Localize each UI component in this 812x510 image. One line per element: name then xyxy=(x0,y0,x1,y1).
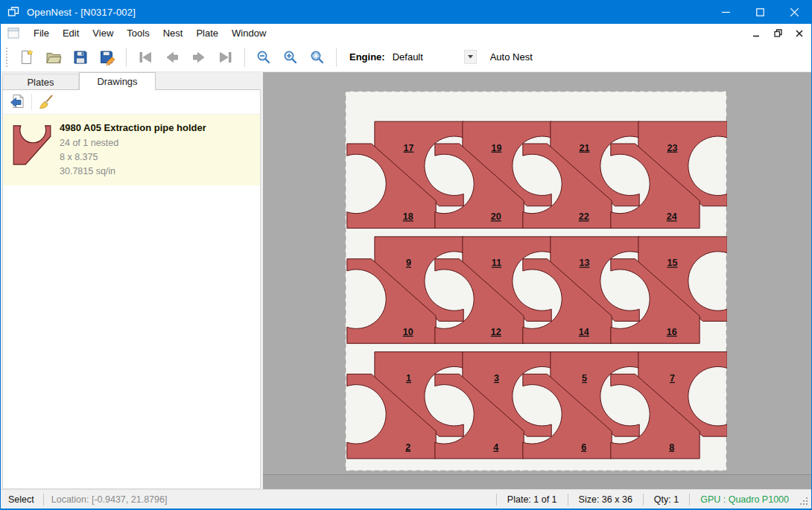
left-panel: Plates Drawings xyxy=(2,72,261,489)
maximize-icon[interactable] xyxy=(743,0,777,24)
menu-items: FileEditViewToolsNestPlateWindow xyxy=(27,25,273,41)
import-drawing-icon[interactable] xyxy=(6,92,28,112)
child-close-icon[interactable] xyxy=(790,26,809,41)
zoom-in-icon[interactable] xyxy=(277,45,304,69)
window-title: OpenNest - [N0317-002] xyxy=(27,7,136,18)
part-number-label-18: 18 xyxy=(403,211,413,222)
plate-svg: 171819202122232491011121314151612345678 xyxy=(345,91,727,471)
status-mode: Select xyxy=(1,494,43,505)
close-icon[interactable] xyxy=(777,0,811,24)
menu-item-file[interactable]: File xyxy=(27,25,56,41)
part-number-label-3: 3 xyxy=(494,373,499,383)
main-body: Plates Drawings xyxy=(1,72,811,489)
child-minimize-icon[interactable] xyxy=(746,26,766,41)
part-number-label-24: 24 xyxy=(667,211,677,222)
part-number-label-7: 7 xyxy=(670,373,675,383)
part-number-label-1: 1 xyxy=(406,373,411,383)
part-number-label-15: 15 xyxy=(667,258,678,268)
status-plate-count: Plate: 1 of 1 xyxy=(497,494,568,505)
toolbar-separator xyxy=(126,48,127,67)
main-toolbar: Engine: Default Auto Nest xyxy=(1,42,811,72)
menu-item-view[interactable]: View xyxy=(86,25,120,41)
part-number-label-9: 9 xyxy=(406,258,411,268)
part-number-label-6: 6 xyxy=(581,442,586,453)
part-number-label-2: 2 xyxy=(405,442,410,453)
drawings-toolbar xyxy=(3,90,260,115)
go-next-icon[interactable] xyxy=(185,45,212,69)
engine-label: Engine: xyxy=(349,51,385,63)
part-number-label-22: 22 xyxy=(579,211,589,222)
auto-nest-button[interactable]: Auto Nest xyxy=(486,48,537,66)
part-number-label-12: 12 xyxy=(491,327,501,337)
part-number-label-19: 19 xyxy=(492,143,502,153)
go-previous-icon[interactable] xyxy=(159,45,185,69)
canvas-horizontal-scrollbar[interactable] xyxy=(263,474,811,489)
resize-grip[interactable] xyxy=(799,497,810,507)
part-number-label-20: 20 xyxy=(491,211,501,222)
part-number-label-8: 8 xyxy=(669,442,674,453)
status-gpu: GPU : Quadro P1000 xyxy=(690,494,799,505)
app-window: OpenNest - [N0317-002] FileEditViewTools… xyxy=(0,0,812,510)
status-qty: Qty: 1 xyxy=(644,494,689,505)
toolbar-grip xyxy=(6,48,9,67)
menu-item-nest[interactable]: Nest xyxy=(156,25,190,41)
clear-drawings-broom-icon[interactable] xyxy=(35,92,57,112)
menu-item-window[interactable]: Window xyxy=(225,25,273,41)
panel-tabs: Plates Drawings xyxy=(2,72,261,90)
menu-item-edit[interactable]: Edit xyxy=(56,25,86,41)
drawing-dimensions: 8 x 8.375 xyxy=(60,150,206,165)
open-file-icon[interactable] xyxy=(40,45,67,69)
engine-dropdown-arrow-icon[interactable] xyxy=(464,50,477,64)
status-location: Location: [-0.9437, 21.8796] xyxy=(44,494,175,505)
tab-drawings[interactable]: Drawings xyxy=(79,72,156,90)
part-number-label-10: 10 xyxy=(403,327,413,337)
menu-item-plate[interactable]: Plate xyxy=(189,25,225,41)
child-restore-icon[interactable] xyxy=(768,26,787,41)
part-number-label-17: 17 xyxy=(404,143,414,153)
tab-plates[interactable]: Plates xyxy=(2,74,79,90)
drawing-list-item[interactable]: 4980 A05 Extraction pipe holder 24 of 1 … xyxy=(3,115,260,185)
drawing-thumbnail xyxy=(12,123,52,179)
zoom-out-icon[interactable] xyxy=(250,45,277,69)
app-icon xyxy=(7,6,19,18)
drawing-info: 4980 A05 Extraction pipe holder 24 of 1 … xyxy=(60,121,206,179)
drawings-panel: 4980 A05 Extraction pipe holder 24 of 1 … xyxy=(2,89,261,489)
part-number-label-21: 21 xyxy=(580,143,590,153)
part-number-label-16: 16 xyxy=(667,327,677,337)
status-bar: Select Location: [-0.9437, 21.8796] Plat… xyxy=(1,489,811,509)
part-number-label-4: 4 xyxy=(493,442,498,453)
part-number-label-11: 11 xyxy=(492,258,501,268)
toolbar-separator xyxy=(336,48,337,67)
part-number-label-13: 13 xyxy=(580,258,590,268)
status-plate-size: Size: 36 x 36 xyxy=(568,494,643,505)
title-bar: OpenNest - [N0317-002] xyxy=(1,0,811,24)
part-number-label-23: 23 xyxy=(667,143,678,153)
save-icon[interactable] xyxy=(67,45,94,69)
new-document-icon[interactable] xyxy=(13,45,40,69)
menu-bar: FileEditViewToolsNestPlateWindow xyxy=(1,24,811,42)
menu-item-tools[interactable]: Tools xyxy=(120,25,156,41)
go-first-icon[interactable] xyxy=(132,45,159,69)
nest-canvas[interactable]: 171819202122232491011121314151612345678 xyxy=(263,72,811,489)
engine-select[interactable]: Default xyxy=(390,51,464,63)
zoom-fit-icon[interactable] xyxy=(304,45,331,69)
panel-toolbar-separator xyxy=(31,94,32,110)
document-icon[interactable] xyxy=(7,28,19,39)
toolbar-separator xyxy=(244,48,245,67)
save-edit-icon[interactable] xyxy=(94,45,121,69)
part-number-label-5: 5 xyxy=(582,373,587,383)
minimize-icon[interactable] xyxy=(708,0,743,24)
drawing-nested-count: 24 of 1 nested xyxy=(60,136,206,150)
go-last-icon[interactable] xyxy=(212,45,239,69)
drawing-area: 30.7815 sq/in xyxy=(60,165,206,179)
part-number-label-14: 14 xyxy=(579,327,589,337)
drawing-title: 4980 A05 Extraction pipe holder xyxy=(60,122,206,133)
